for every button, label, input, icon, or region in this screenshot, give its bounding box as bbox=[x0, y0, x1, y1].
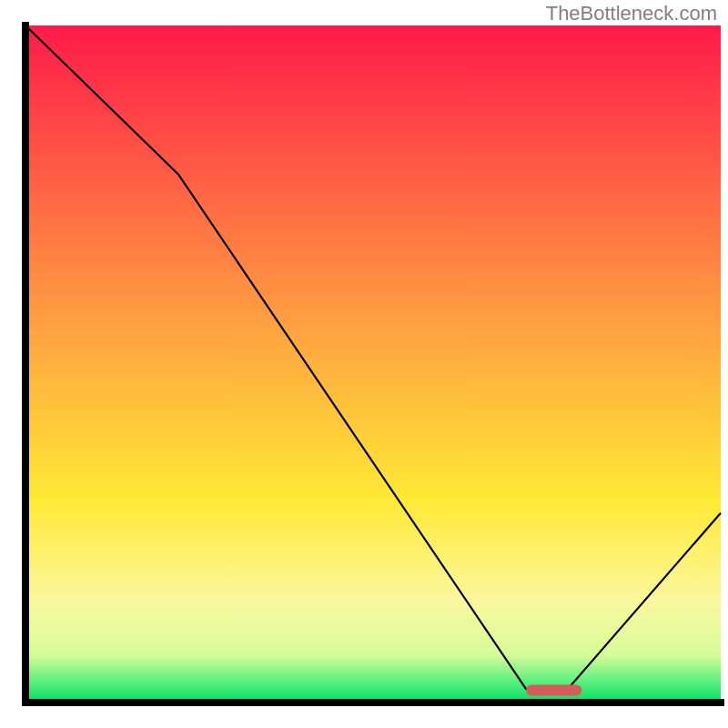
attribution-text: TheBottleneck.com bbox=[546, 2, 717, 25]
bottleneck-chart bbox=[0, 0, 728, 728]
chart-container: TheBottleneck.com bbox=[0, 0, 728, 728]
optimal-range-marker bbox=[526, 685, 581, 696]
